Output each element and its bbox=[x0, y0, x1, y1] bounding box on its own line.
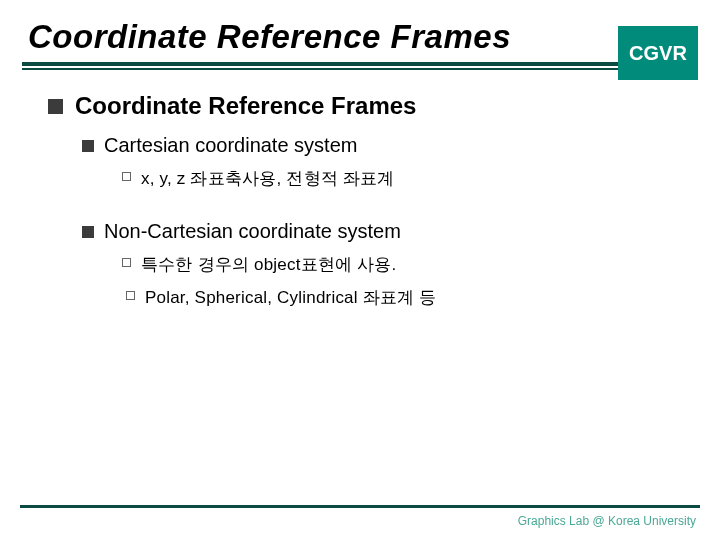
slide-body: Coordinate Reference Frames Cartesian co… bbox=[0, 70, 720, 309]
level3-item: Polar, Spherical, Cylindrical 좌표계 등 bbox=[145, 286, 436, 309]
level3-item: x, y, z 좌표축사용, 전형적 좌표계 bbox=[141, 167, 394, 190]
footer-text: Graphics Lab @ Korea University bbox=[518, 514, 696, 528]
cgvr-badge: CGVR bbox=[618, 26, 698, 80]
bullet-square-l1-icon bbox=[48, 99, 63, 114]
slide-title: Coordinate Reference Frames bbox=[28, 18, 720, 56]
footer-rule bbox=[20, 505, 700, 508]
bullet-square-l3-icon bbox=[122, 258, 131, 267]
level3-item: 특수한 경우의 object표현에 사용. bbox=[141, 253, 396, 276]
header-rule bbox=[22, 62, 698, 70]
bullet-square-l3-icon bbox=[126, 291, 135, 300]
level2-item: Non-Cartesian coordinate system bbox=[104, 220, 401, 243]
bullet-square-l2-icon bbox=[82, 226, 94, 238]
level2-item: Cartesian coordinate system bbox=[104, 134, 357, 157]
bullet-square-l2-icon bbox=[82, 140, 94, 152]
bullet-square-l3-icon bbox=[122, 172, 131, 181]
level1-item: Coordinate Reference Frames bbox=[75, 92, 416, 120]
